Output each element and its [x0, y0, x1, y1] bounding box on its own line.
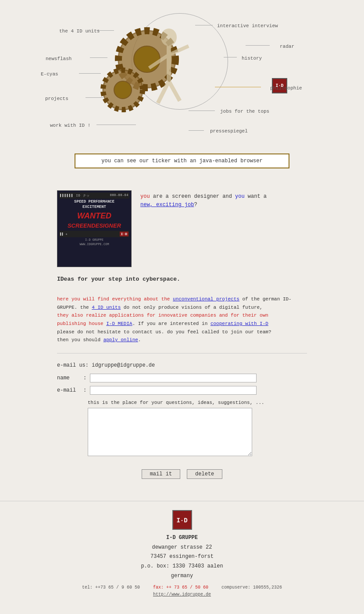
name-input[interactable] — [90, 374, 257, 382]
speed-line: SPEED PERFORMANCE — [59, 200, 129, 205]
bottom-bar: ▌▌ ✈ I·D — [59, 231, 129, 237]
website-link[interactable]: http://www.idgruppe.de — [153, 592, 211, 597]
country: germany — [171, 573, 193, 579]
nav-interactive[interactable]: interactive interview — [217, 23, 278, 29]
svg-point-6 — [161, 29, 177, 46]
id-box-small: I·D — [120, 232, 128, 236]
navigation-area: I·D the 4 ID units newsflash E-cyas proj… — [0, 0, 364, 145]
nav-ecyas[interactable]: E-cyas — [41, 71, 58, 77]
name-row: name : — [57, 374, 307, 382]
nav-history[interactable]: history — [242, 56, 262, 61]
email-field-label: e-mail — [57, 387, 83, 393]
mail-button[interactable]: mail it — [142, 469, 180, 479]
svg-line-8 — [149, 55, 169, 68]
address1: dewanger strasse 22 — [152, 544, 212, 550]
email-input[interactable] — [90, 386, 257, 395]
nav-pressespiegel[interactable]: pressespiegel — [210, 129, 248, 134]
svg-point-4 — [114, 81, 132, 99]
nav-workwith[interactable]: work with ID ! — [50, 123, 90, 128]
button-row: mail it delete — [57, 469, 307, 479]
4units-link[interactable]: 4 ID units — [92, 305, 121, 310]
ideas-heading: IDeas for your step into cyberspace. — [57, 276, 307, 282]
you-text-2: you — [235, 193, 245, 200]
address2: 73457 essingen-forst — [150, 553, 214, 560]
message-textarea[interactable] — [88, 408, 252, 456]
email-colon: : — [83, 387, 86, 393]
svg-line-9 — [169, 46, 189, 55]
idmedia-link[interactable]: I-D MEDIA — [106, 321, 132, 326]
main-content: ▌▌▌▌▌▌ ID クッ 000-00-04 SPEED PERFORMANCE… — [0, 182, 364, 501]
apply-link[interactable]: apply online — [103, 337, 138, 343]
nav-jobs[interactable]: jobs for the tops — [220, 109, 269, 114]
top-bar: ▌▌▌▌▌▌ ID クッ 000-00-04 — [59, 193, 129, 199]
nav-radar[interactable]: radar — [280, 44, 294, 49]
compuserve-label: compuserve: 100555,2326 — [221, 585, 282, 590]
cooperating-link[interactable]: cooperating with I-D — [211, 321, 268, 326]
url-bottom: WWW.IDGRUPPE.COM — [59, 243, 129, 246]
screendesigner-label: SCREENDESIGNER — [59, 222, 129, 229]
textarea-label: this is the place for your questions, id… — [88, 400, 307, 405]
job-description: you are a screen designer and you want a… — [140, 190, 307, 209]
address3: p.o. box: 1330 73403 aalen — [141, 563, 223, 569]
nav-projects[interactable]: projects — [45, 96, 68, 101]
delete-button[interactable]: delete — [187, 469, 222, 479]
company-name: I-D GRUPPE — [166, 535, 198, 541]
fax-label: fax: ++ 73 65 / 50 60 — [153, 585, 208, 590]
ticker-display: you can see our ticker with an java-enab… — [75, 154, 289, 168]
svg-line-10 — [158, 81, 169, 103]
company-bottom: I-D GRUPPE — [59, 238, 129, 242]
name-label: name — [57, 375, 83, 381]
desc-highlight: here you will find everything about the — [57, 296, 173, 302]
nav-philosophie[interactable]: philosophie — [270, 86, 302, 91]
footer-section: I·D I-D GRUPPE dewanger strasse 22 73457… — [0, 501, 364, 606]
you-text-1: you — [140, 193, 150, 200]
email-label: e-mail us: idgruppe@idgruppe.de — [57, 362, 307, 368]
contact-section: e-mail us: idgruppe@idgruppe.de name : e… — [57, 362, 307, 456]
email-row: e-mail : — [57, 386, 307, 395]
footer-url: http://www.idgruppe.de — [9, 592, 355, 597]
name-colon: : — [83, 375, 86, 381]
job-text-2: want a — [245, 193, 267, 200]
wanted-section: ▌▌▌▌▌▌ ID クッ 000-00-04 SPEED PERFORMANCE… — [57, 190, 307, 267]
nav-newsflash[interactable]: newsflash — [46, 56, 71, 61]
job-text-1: are a screen designer and — [150, 193, 235, 200]
footer-id-logo: I·D — [172, 510, 192, 530]
wanted-image: ▌▌▌▌▌▌ ID クッ 000-00-04 SPEED PERFORMANCE… — [57, 190, 132, 267]
footer-contact: tel: ++73 65 / 9 60 50 fax: ++ 73 65 / 5… — [9, 585, 355, 590]
unconventional-link[interactable]: unconventional projects — [173, 296, 239, 302]
wanted-label: WANTED — [59, 211, 129, 221]
new-job-link[interactable]: new, exciting job — [140, 202, 194, 208]
description-text: here you will find everything about the … — [57, 295, 307, 344]
svg-line-11 — [169, 81, 180, 101]
tel-label: tel: ++73 65 / 9 60 50 — [82, 585, 140, 590]
nav-the4units[interactable]: the 4 ID units — [59, 29, 100, 34]
footer-company: I-D GRUPPE dewanger strasse 22 73457 ess… — [9, 533, 355, 581]
excitement-line: EXCITEMENT — [59, 205, 129, 210]
